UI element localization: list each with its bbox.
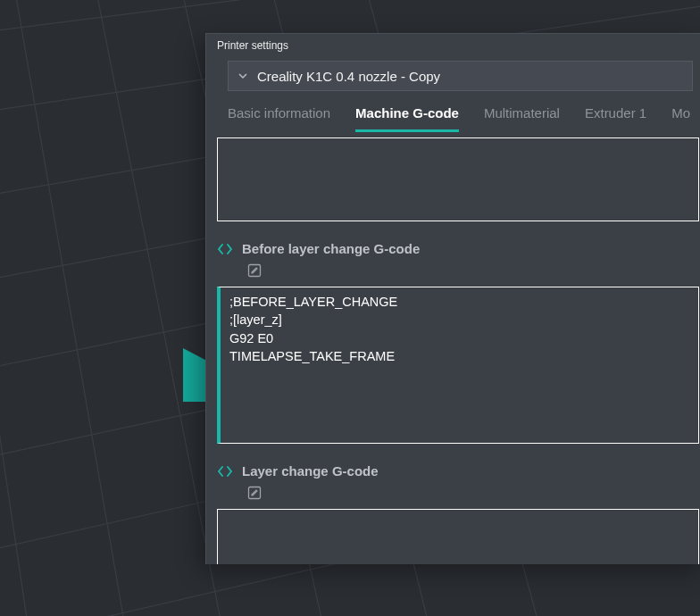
settings-tabs: Basic information Machine G-code Multima… bbox=[206, 98, 700, 132]
code-icon bbox=[217, 243, 233, 255]
preset-selector[interactable]: Creality K1C 0.4 nozzle - Copy bbox=[228, 61, 693, 91]
before-layer-change-gcode-textarea[interactable] bbox=[217, 287, 699, 444]
svg-line-8 bbox=[0, 0, 36, 616]
tab-machine-gcode[interactable]: Machine G-code bbox=[355, 98, 459, 132]
edit-icon[interactable] bbox=[247, 486, 262, 500]
svg-rect-14 bbox=[249, 265, 261, 277]
code-icon bbox=[217, 465, 233, 478]
tab-motion-truncated[interactable]: Mo bbox=[671, 98, 690, 132]
svg-line-0 bbox=[0, 0, 700, 36]
svg-rect-15 bbox=[249, 487, 261, 499]
preceding-gcode-textarea[interactable] bbox=[217, 137, 699, 221]
printer-settings-panel: Printer settings Creality K1C 0.4 nozzle… bbox=[205, 33, 700, 564]
preset-name: Creality K1C 0.4 nozzle - Copy bbox=[257, 69, 440, 84]
gcode-content: Before layer change G-code Layer change … bbox=[206, 132, 700, 564]
chevron-down-icon bbox=[238, 71, 248, 81]
panel-title: Printer settings bbox=[206, 34, 700, 59]
tab-basic-information[interactable]: Basic information bbox=[228, 98, 330, 132]
section-layer-change: Layer change G-code bbox=[217, 458, 700, 482]
section-title: Layer change G-code bbox=[242, 463, 379, 479]
tab-multimaterial[interactable]: Multimaterial bbox=[484, 98, 560, 132]
tab-extruder-1[interactable]: Extruder 1 bbox=[585, 98, 646, 132]
section-title: Before layer change G-code bbox=[242, 241, 420, 256]
edit-icon[interactable] bbox=[247, 263, 262, 278]
layer-change-gcode-textarea[interactable] bbox=[217, 509, 699, 564]
section-before-layer-change: Before layer change G-code bbox=[217, 236, 700, 260]
